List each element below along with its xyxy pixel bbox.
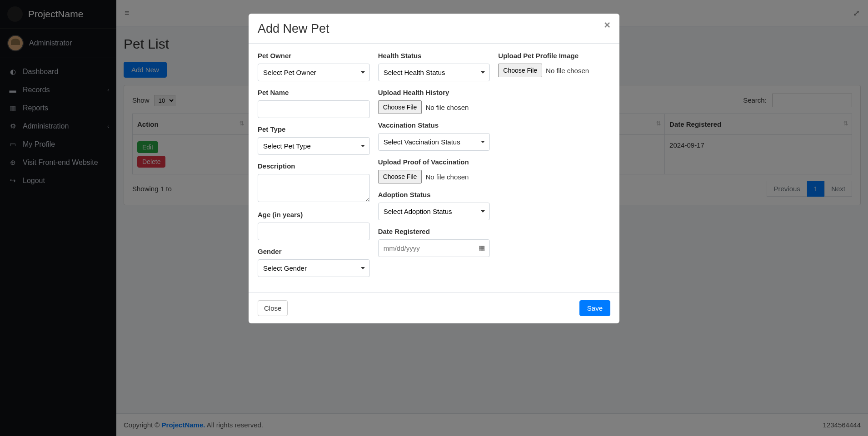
file-status-proof: No file chosen (425, 173, 469, 181)
close-button[interactable]: Close (258, 300, 288, 316)
modal-header: Add New Pet × (249, 14, 619, 44)
add-pet-modal: Add New Pet × Pet Owner Select Pet Owner… (249, 14, 619, 323)
close-icon[interactable]: × (604, 22, 610, 28)
age-label: Age (in years) (258, 211, 370, 218)
modal-body: Pet Owner Select Pet Owner Pet Name Pet … (249, 44, 619, 292)
upload-proof-label: Upload Proof of Vaccination (378, 158, 490, 166)
modal-col-2: Health Status Select Health Status Uploa… (378, 52, 490, 284)
choose-file-proof-button[interactable]: Choose File (378, 170, 422, 183)
pet-owner-label: Pet Owner (258, 52, 370, 59)
choose-file-health-button[interactable]: Choose File (378, 100, 422, 114)
pet-owner-select[interactable]: Select Pet Owner (258, 64, 370, 81)
pet-name-input[interactable] (258, 100, 370, 118)
save-button[interactable]: Save (579, 300, 610, 316)
description-label: Description (258, 162, 370, 170)
choose-file-profile-button[interactable]: Choose File (498, 64, 542, 77)
vaccination-status-label: Vaccination Status (378, 121, 490, 129)
vaccination-status-select[interactable]: Select Vaccination Status (378, 133, 490, 151)
pet-name-label: Pet Name (258, 89, 370, 96)
date-registered-input[interactable] (378, 239, 490, 257)
health-status-select[interactable]: Select Health Status (378, 64, 490, 81)
adoption-status-select[interactable]: Select Adoption Status (378, 203, 490, 220)
upload-profile-label: Upload Pet Profile Image (498, 52, 610, 59)
age-input[interactable] (258, 223, 370, 240)
pet-type-label: Pet Type (258, 125, 370, 133)
file-status-health: No file chosen (425, 104, 469, 111)
health-status-label: Health Status (378, 52, 490, 59)
modal-overlay[interactable]: Add New Pet × Pet Owner Select Pet Owner… (0, 0, 868, 436)
modal-col-3: Upload Pet Profile Image Choose File No … (498, 52, 610, 284)
modal-footer: Close Save (249, 292, 619, 323)
file-status-profile: No file chosen (546, 67, 589, 74)
modal-title: Add New Pet (258, 22, 329, 36)
date-registered-label: Date Registered (378, 228, 490, 235)
upload-health-history-label: Upload Health History (378, 89, 490, 96)
gender-select[interactable]: Select Gender (258, 259, 370, 277)
modal-col-1: Pet Owner Select Pet Owner Pet Name Pet … (258, 52, 370, 284)
adoption-status-label: Adoption Status (378, 191, 490, 198)
gender-label: Gender (258, 248, 370, 255)
pet-type-select[interactable]: Select Pet Type (258, 137, 370, 155)
description-textarea[interactable] (258, 174, 370, 202)
